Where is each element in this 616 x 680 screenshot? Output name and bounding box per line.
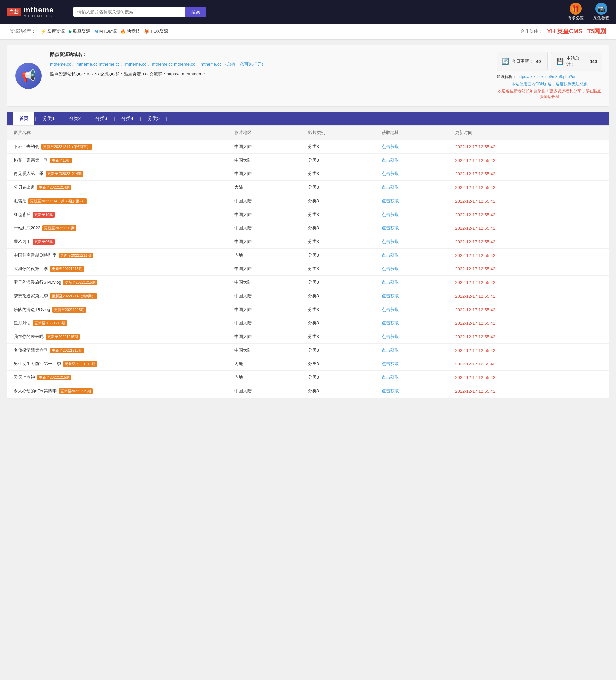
movie-link[interactable]: 点击获取 (382, 198, 455, 204)
update-tag: 更新至20221215期 (63, 361, 97, 367)
movie-time: 2022-12-17 12:55:42 (455, 212, 603, 217)
table-row: 我在你的未来呢 更新至20221215期 中国大陆 分类3 点击获取 2022-… (7, 330, 609, 344)
table-row: 乐队的海边 PDvlog 更新至20221215期 中国大陆 分类3 点击获取 … (7, 303, 609, 316)
movie-type: 分类3 (308, 307, 382, 313)
search-input[interactable] (74, 7, 185, 17)
table-row: 中国好声音越剧特别季 更新至20221211期 内地 分类3 点击获取 2022… (7, 249, 609, 262)
movie-link[interactable]: 点击获取 (382, 293, 455, 299)
cdn-link: 加速解析： https://jx.kujiexi.net/m3u8.php?ur… (497, 74, 603, 80)
movie-title-cell: 下班！去约会 更新至20221214（第6期下） (13, 144, 234, 150)
movie-link[interactable]: 点击获取 (382, 279, 455, 285)
nav-item-cat5[interactable]: 分类5 (142, 112, 166, 125)
cdn-label: 加速解析： (497, 75, 516, 79)
movie-link[interactable]: 点击获取 (382, 211, 455, 218)
table-row: 大湾仔的夜第二季 更新至20221215期 中国大陆 分类3 点击获取 2022… (7, 262, 609, 276)
movie-title-cell: 中国好声音越剧特别季 更新至20221211期 (13, 252, 234, 258)
movie-link[interactable]: 点击获取 (382, 157, 455, 163)
fire-icon: 🔥 (120, 29, 126, 34)
header-icon-tutorial[interactable]: 📷 采集教程 (593, 3, 609, 21)
total-box: 💾 本站总计： 140 (551, 52, 603, 71)
table-row: 天天七点钟 更新至20221215期 内地 分类3 点击获取 2022-12-1… (7, 371, 609, 385)
update-tag: 更新至20221211期 (59, 253, 93, 258)
movie-link[interactable]: 点击获取 (382, 388, 455, 394)
nav-item-cat4[interactable]: 分类4 (116, 112, 139, 125)
movie-region: 中国大陆 (234, 307, 308, 313)
resource-links: ⚡ 影库资源 ▶ 酷豆资源 M MTOM源 🔥 快竞技 🦊 FOX资源 (41, 28, 516, 34)
movie-title-cell: 令人心动的offer第四季 更新至20221215期 (13, 388, 234, 394)
update-tag: 更新至10期 (50, 158, 72, 163)
movie-type: 分类3 (308, 239, 382, 245)
tutorial-icon: 📷 (595, 3, 607, 15)
res-link-yingku-label: 影库资源 (47, 28, 64, 34)
yiqiu-icon: 🎁 (570, 3, 582, 15)
movie-link[interactable]: 点击获取 (382, 171, 455, 177)
movie-link[interactable]: 点击获取 (382, 144, 455, 150)
movie-link[interactable]: 点击获取 (382, 347, 455, 353)
res-link-yingku[interactable]: ⚡ 影库资源 (41, 28, 64, 34)
movie-link[interactable]: 点击获取 (382, 185, 455, 190)
movie-name: 再见爱人第二季 (13, 171, 44, 177)
cdn-url[interactable]: https://jx.kujiexi.net/m3u8.php?url= (517, 75, 579, 79)
movie-link[interactable]: 点击获取 (382, 266, 455, 272)
update-tag: 更新至20221215期 (33, 320, 67, 326)
stat-boxes: 🔄 今日更新： 40 💾 本站总计： 140 (497, 52, 603, 71)
nav-item-home[interactable]: 首页 (13, 112, 34, 125)
movie-title-cell: 毛雪汪 更新至20221214（第36期加更2） (13, 198, 234, 204)
info-section: 📢 酷点资源站域名： mtheme.cc 、mtheme.cc mtheme.c… (7, 45, 609, 107)
movie-link[interactable]: 点击获取 (382, 239, 455, 245)
movie-type: 分类3 (308, 144, 382, 150)
movie-link[interactable]: 点击获取 (382, 361, 455, 367)
movie-type: 分类3 (308, 185, 382, 190)
movie-link[interactable]: 点击获取 (382, 307, 455, 313)
movie-type: 分类3 (308, 347, 382, 353)
search-button[interactable]: 搜索 (185, 7, 206, 17)
movie-type: 分类3 (308, 211, 382, 218)
nav-item-cat2[interactable]: 分类2 (63, 112, 87, 125)
res-link-mtom[interactable]: M MTOM源 (94, 28, 117, 34)
partner-area: 合作伙伴： YH 英皇CMS T5网剧 (521, 27, 606, 35)
movie-title-cell: 天天七点钟 更新至20221215期 (13, 374, 234, 380)
movie-type: 分类3 (308, 266, 382, 272)
partner-yh-logo[interactable]: YH 英皇CMS (547, 27, 582, 35)
movie-region: 中国大陆 (234, 388, 308, 394)
movie-name: 毛雪汪 (13, 198, 27, 204)
movie-region: 中国大陆 (234, 198, 308, 204)
movie-type: 分类3 (308, 225, 382, 231)
table-row: 男生女生向前冲第十四季 更新至20221215期 内地 分类3 点击获取 202… (7, 357, 609, 371)
tutorial-label: 采集教程 (593, 15, 609, 21)
nav-item-cat3[interactable]: 分类3 (89, 112, 113, 125)
movie-title-cell: 红毯背后 更新至19集 (13, 211, 234, 218)
movie-time: 2022-12-17 12:55:42 (455, 239, 603, 244)
partner-ts-logo[interactable]: T5网剧 (587, 27, 606, 35)
search-area: 搜索 (74, 7, 206, 17)
logo-text: mtheme (24, 6, 54, 14)
nav-item-cat1[interactable]: 分类1 (37, 112, 61, 125)
movie-type: 分类3 (308, 171, 382, 177)
movie-link[interactable]: 点击获取 (382, 320, 455, 326)
table-row: 名侦探学院第六季 更新至20221215期 中国大陆 分类3 点击获取 2022… (7, 344, 609, 357)
movie-link[interactable]: 点击获取 (382, 252, 455, 258)
header-icon-yiqiu[interactable]: 🎁 有求必应 (568, 3, 584, 21)
header-icons: 🎁 有求必应 📷 采集教程 (568, 3, 609, 21)
movie-link[interactable]: 点击获取 (382, 374, 455, 380)
movie-region: 内地 (234, 252, 308, 258)
table-header: 影片名称 影片地区 影片类别 获取地址 更新时间 (7, 126, 609, 140)
res-link-kuaiji[interactable]: 🔥 快竞技 (120, 28, 140, 34)
movie-link[interactable]: 点击获取 (382, 225, 455, 231)
header: 白芸 mtheme MTHEME.CC 搜索 🎁 有求必应 📷 采集教程 (0, 0, 616, 24)
movie-link[interactable]: 点击获取 (382, 334, 455, 340)
movie-time: 2022-12-17 12:55:42 (455, 144, 603, 149)
movie-type: 分类3 (308, 334, 382, 340)
logo-area: 白芸 mtheme MTHEME.CC (7, 6, 54, 18)
nav-sep-1: | (34, 116, 37, 121)
res-link-fox[interactable]: 🦊 FOX资源 (144, 28, 168, 34)
movie-name: 一站到底2022 (13, 225, 40, 231)
movie-name: 豊乙丙丁 (13, 239, 31, 245)
movie-name: 男生女生向前冲第十四季 (13, 361, 61, 367)
table-row: 豊乙丙丁 更新至06集 中国大陆 分类3 点击获取 2022-12-17 12:… (7, 235, 609, 249)
movie-region: 大陆 (234, 185, 308, 190)
update-tag: 更新至20221215期 (50, 266, 84, 272)
res-link-kudou[interactable]: ▶ 酷豆资源 (68, 28, 90, 34)
movie-time: 2022-12-17 12:55:42 (455, 158, 603, 163)
movie-region: 中国大陆 (234, 334, 308, 340)
